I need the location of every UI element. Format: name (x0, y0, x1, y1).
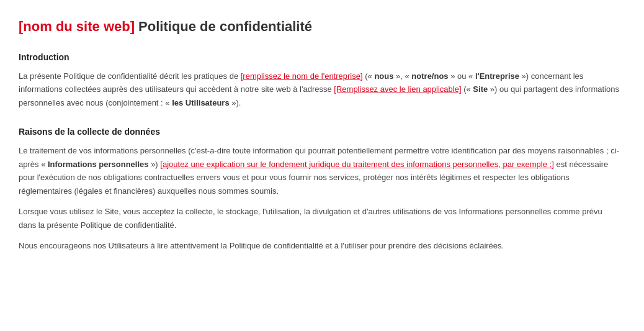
site-link-placeholder[interactable]: [Remplissez avec le lien applicable] (334, 84, 461, 94)
utilisateurs-bold: les Utilisateurs (172, 98, 230, 107)
company-name-link[interactable]: [remplissez le nom de l'entreprise] (241, 71, 363, 81)
page-title: [nom du site web] Politique de confident… (19, 19, 619, 35)
notre-nos-bold: notre/nos (411, 71, 448, 81)
entreprise-bold: l'Entreprise (475, 71, 519, 81)
site-name-placeholder: [nom du site web] (19, 19, 135, 34)
introduction-heading: Introduction (19, 52, 619, 62)
title-black: Politique de confidentialité (135, 19, 312, 34)
introduction-paragraph: La présente Politique de confidentialité… (19, 70, 619, 109)
data-collection-paragraph-3: Nous encourageons nos Utilisateurs à lir… (19, 239, 619, 252)
data-collection-section: Raisons de la collecte de données Le tra… (19, 127, 619, 252)
site-bold: Site (473, 84, 488, 94)
nous-bold: nous (374, 71, 393, 81)
data-collection-paragraph-2: Lorsque vous utilisez le Site, vous acce… (19, 205, 619, 232)
data-collection-heading: Raisons de la collecte de données (19, 127, 619, 137)
introduction-section: Introduction La présente Politique de co… (19, 52, 619, 109)
data-collection-paragraph-1: Le traitement de vos informations person… (19, 144, 619, 197)
legal-basis-link[interactable]: [ajoutez une explication sur le fondemen… (160, 160, 553, 169)
informations-personnelles-bold: Informations personnelles (48, 160, 149, 169)
